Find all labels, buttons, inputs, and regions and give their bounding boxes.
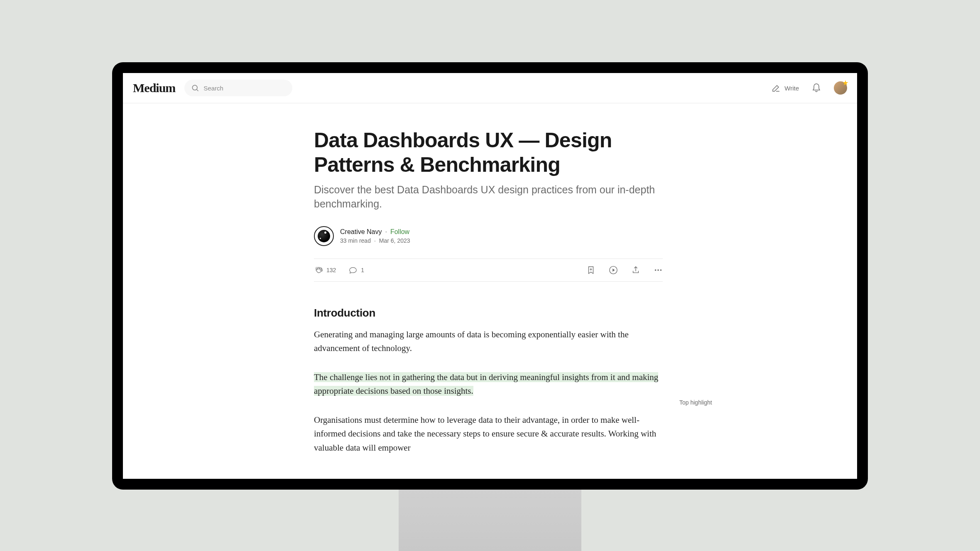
share-button[interactable] — [631, 266, 640, 275]
bell-icon — [811, 83, 821, 93]
user-avatar[interactable] — [834, 81, 847, 95]
clap-button[interactable]: 132 — [314, 266, 336, 275]
read-time: 33 min read — [340, 237, 371, 244]
author-byline: Creative Navy · Follow 33 min read · Mar… — [314, 226, 663, 246]
svg-point-4 — [657, 269, 659, 271]
article: Data Dashboards UX — Design Patterns & B… — [314, 103, 663, 455]
screen: Medium Write Data Dashboards UX — Design… — [123, 73, 857, 479]
separator: · — [385, 228, 387, 236]
notifications-button[interactable] — [811, 83, 821, 93]
site-logo[interactable]: Medium — [133, 81, 175, 95]
bookmark-button[interactable] — [586, 266, 595, 275]
monitor-stand — [399, 488, 581, 551]
article-title: Data Dashboards UX — Design Patterns & B… — [314, 128, 663, 177]
bookmark-icon — [586, 266, 595, 275]
search-icon — [191, 84, 199, 92]
author-avatar[interactable] — [314, 226, 334, 246]
comment-button[interactable]: 1 — [348, 266, 364, 275]
listen-button[interactable] — [609, 266, 618, 275]
separator: · — [374, 237, 376, 244]
clap-icon — [314, 266, 323, 275]
top-nav-right: Write — [771, 81, 847, 95]
play-circle-icon — [609, 266, 618, 275]
more-icon — [654, 266, 663, 275]
paragraph-highlighted: The challenge lies not in gathering the … — [314, 371, 663, 398]
svg-point-5 — [660, 269, 662, 271]
top-highlight-label: Top highlight — [679, 399, 712, 406]
comment-count: 1 — [361, 267, 364, 273]
comment-icon — [348, 266, 358, 275]
highlight-span: The challenge lies not in gathering the … — [314, 372, 658, 396]
more-button[interactable] — [654, 266, 663, 275]
write-button[interactable]: Write — [771, 83, 799, 93]
search-input[interactable] — [203, 85, 286, 92]
svg-point-3 — [655, 269, 657, 271]
clap-count: 132 — [326, 267, 336, 273]
paragraph: Organisations must determine how to leve… — [314, 413, 663, 455]
article-subtitle: Discover the best Data Dashboards UX des… — [314, 183, 663, 211]
write-icon — [771, 83, 781, 93]
monitor-frame: Medium Write Data Dashboards UX — Design… — [112, 62, 868, 490]
section-heading: Introduction — [314, 307, 663, 319]
author-name[interactable]: Creative Navy — [340, 228, 382, 236]
svg-line-1 — [197, 90, 198, 91]
svg-point-0 — [193, 85, 198, 90]
share-icon — [631, 266, 640, 275]
write-label: Write — [784, 85, 799, 92]
engagement-bar: 132 1 — [314, 258, 663, 282]
top-nav: Medium Write — [123, 73, 857, 103]
search-field[interactable] — [184, 80, 292, 96]
follow-button[interactable]: Follow — [390, 228, 409, 236]
publish-date: Mar 6, 2023 — [379, 237, 410, 244]
paragraph: Generating and managing large amounts of… — [314, 328, 663, 356]
